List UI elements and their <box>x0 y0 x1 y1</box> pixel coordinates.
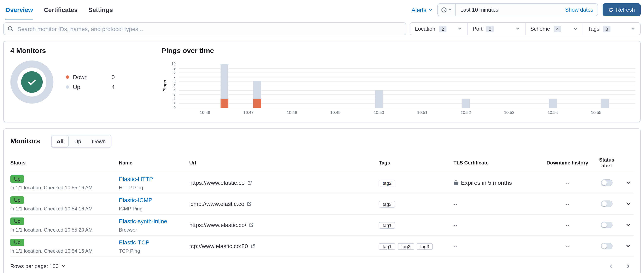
monitor-url-link[interactable]: https://www.elastic.co <box>189 180 245 186</box>
chevron-down-icon <box>631 26 635 31</box>
name-cell: Elastic-ICMP ICMP Ping <box>119 196 189 212</box>
next-page-button[interactable] <box>625 263 631 269</box>
previous-page-button[interactable] <box>608 263 614 269</box>
monitors-title: Monitors <box>10 137 40 146</box>
status-alert-toggle[interactable] <box>601 243 612 250</box>
legend-item: Up 4 <box>66 84 115 90</box>
toggle-knob <box>602 201 607 206</box>
downtime-cell: -- <box>541 243 594 250</box>
tag-badge[interactable]: tag3 <box>417 243 433 250</box>
monitor-url-link[interactable]: tcp://www.elastic.co:80 <box>189 243 248 250</box>
expand-cell <box>620 201 634 207</box>
external-link-icon[interactable] <box>249 222 254 228</box>
filter-location[interactable]: Location 2 <box>410 23 467 35</box>
status-alert-cell <box>594 180 620 186</box>
bar-up-segment <box>220 64 228 99</box>
monitors-table: StatusNameUrlTagsTLS CertificateDowntime… <box>10 155 634 257</box>
chevron-down-icon <box>516 26 520 31</box>
quick-select-button[interactable] <box>438 4 456 16</box>
chevron-down-icon[interactable] <box>625 201 631 207</box>
pings-bar[interactable] <box>549 99 556 108</box>
view-all-button[interactable]: All <box>51 135 69 148</box>
tab-certificates[interactable]: Certificates <box>44 0 78 20</box>
chevron-down-icon <box>573 26 578 31</box>
status-badge: Up <box>10 196 24 204</box>
bar-up-segment <box>253 82 261 99</box>
status-alert-toggle[interactable] <box>601 222 612 228</box>
url-cell: https://www.elastic.co/ <box>189 222 379 228</box>
monitor-type: Browser <box>119 227 189 232</box>
y-tick-label: 7 <box>174 75 176 79</box>
tls-cell: -- <box>454 243 541 250</box>
search-input[interactable] <box>16 25 402 32</box>
monitor-type: TCP Ping <box>119 248 189 254</box>
tag-badge[interactable]: tag2 <box>398 243 414 250</box>
tab-label: Overview <box>6 6 33 13</box>
monitor-name-link[interactable]: Elastic-HTTP <box>119 176 153 182</box>
tls-cell: Expires in 5 months <box>454 180 541 186</box>
pings-bar[interactable] <box>220 64 228 108</box>
status-alert-cell <box>594 222 620 228</box>
filter-port[interactable]: Port 2 <box>467 23 525 35</box>
x-tick-label: 10:48 <box>287 110 297 115</box>
status-alert-toggle[interactable] <box>601 200 612 207</box>
name-cell: Elastic-HTTP HTTP Ping <box>119 175 189 190</box>
external-link-icon[interactable] <box>250 244 255 248</box>
y-tick-label: 1 <box>174 101 176 106</box>
status-detail: in 1/1 location, Checked 10:54:16 AM <box>10 206 119 212</box>
tags-cell: tag1tag2tag3 <box>379 242 454 250</box>
column-header-downtime-history: Downtime history <box>541 160 594 166</box>
bar-up-segment <box>375 90 383 108</box>
status-alert-toggle[interactable] <box>601 180 612 186</box>
tls-text: Expires in 5 months <box>461 180 512 186</box>
show-dates-link[interactable]: Show dates <box>565 7 598 13</box>
tab-label: Certificates <box>44 6 78 13</box>
rows-per-page-button[interactable]: Rows per page: 100 <box>10 263 66 269</box>
toggle-knob <box>602 222 607 228</box>
filter-scheme[interactable]: Scheme 4 <box>525 23 583 35</box>
monitor-name-link[interactable]: Elastic-ICMP <box>119 196 152 203</box>
x-tick-label: 10:47 <box>243 110 254 115</box>
y-axis-label: Pings <box>162 64 167 108</box>
status-badge: Up <box>10 218 24 225</box>
gridline <box>179 64 635 64</box>
filter-count-badge: 2 <box>439 26 446 32</box>
downtime-cell: -- <box>541 180 594 186</box>
tag-badge[interactable]: tag2 <box>379 180 395 186</box>
status-cell: Up in 1/1 location, Checked 10:54:16 AM <box>10 196 119 212</box>
pings-yticks: 012345678910 <box>167 64 177 108</box>
refresh-button[interactable]: Refresh <box>603 3 641 16</box>
url-cell: https://www.elastic.co <box>189 180 379 186</box>
tag-badge[interactable]: tag1 <box>379 222 395 229</box>
x-tick-label: 10:55 <box>591 110 601 115</box>
monitor-url-link[interactable]: icmp://www.elastic.co <box>189 200 244 207</box>
refresh-label: Refresh <box>616 7 635 13</box>
column-header-status: Status <box>10 160 119 166</box>
time-range-value[interactable]: Last 10 minutes <box>456 7 565 13</box>
chevron-down-icon[interactable] <box>625 243 631 249</box>
filter-tags[interactable]: Tags 3 <box>583 23 640 35</box>
pings-bar[interactable] <box>375 90 383 108</box>
view-up-button[interactable]: Up <box>69 135 86 148</box>
monitor-url-link[interactable]: https://www.elastic.co/ <box>189 222 246 228</box>
view-down-button[interactable]: Down <box>86 135 111 148</box>
tls-text: -- <box>454 222 458 228</box>
monitors-table-body: Up in 1/1 location, Checked 10:55:16 AM … <box>10 172 634 257</box>
external-link-icon[interactable] <box>247 180 252 185</box>
tab-overview[interactable]: Overview <box>6 0 33 20</box>
bar-down-segment <box>220 99 228 108</box>
pings-bar[interactable] <box>601 99 609 108</box>
chevron-down-icon[interactable] <box>625 222 631 228</box>
pings-bar[interactable] <box>253 82 261 108</box>
tag-badge[interactable]: tag3 <box>379 201 395 208</box>
external-link-icon[interactable] <box>247 201 252 206</box>
pings-bar[interactable] <box>462 99 470 108</box>
expand-cell <box>620 222 634 228</box>
alerts-menu-button[interactable]: Alerts <box>412 6 433 13</box>
monitor-name-link[interactable]: Elastic-TCP <box>119 239 150 246</box>
chevron-down-icon[interactable] <box>625 180 631 186</box>
monitor-name-link[interactable]: Elastic-synth-inline <box>119 218 167 224</box>
tag-badge[interactable]: tag1 <box>379 243 395 250</box>
bar-down-segment <box>253 99 261 108</box>
tab-settings[interactable]: Settings <box>88 0 113 20</box>
